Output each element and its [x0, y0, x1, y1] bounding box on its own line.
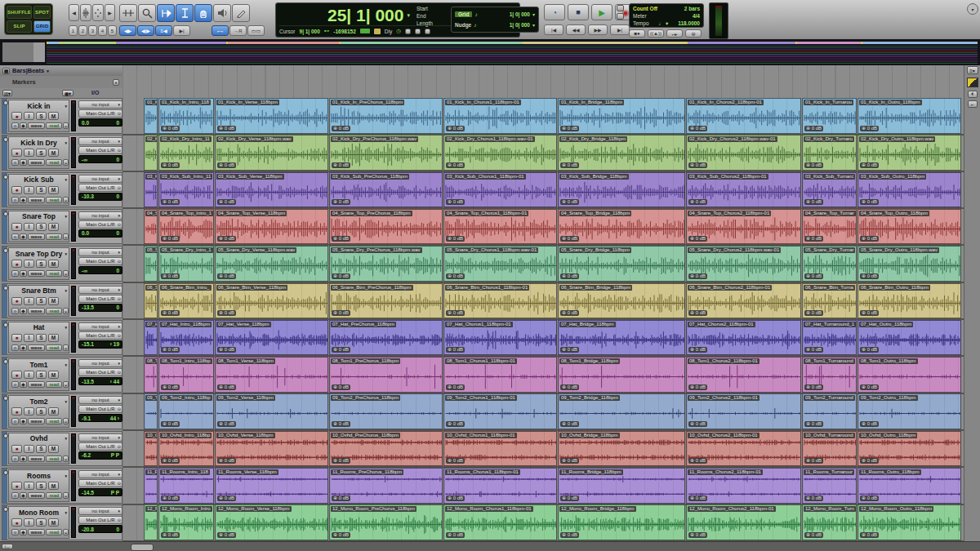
nudge-dropdown-icon[interactable]: ▾ [532, 22, 535, 28]
timeline-insertion-icon[interactable] [360, 29, 370, 33]
audio-clip[interactable]: 07_H [144, 320, 158, 356]
clip-gain-badge[interactable]: ⊕ 0 dB [804, 162, 823, 168]
record-enable-button[interactable]: ● [11, 186, 22, 194]
elastic-audio-icon[interactable]: o [11, 344, 19, 351]
main-counter-value[interactable]: 25| 1| 000 [327, 6, 404, 25]
clip-gain-badge[interactable]: ⊕ 0 dB [446, 347, 465, 353]
track-height-icon[interactable]: ⌄ [63, 529, 69, 535]
audio-clip[interactable]: 07_Hat_Chorus1_118bpm-01⊕ 0 dB [443, 320, 557, 356]
mode-grid-button[interactable]: GRID [33, 20, 51, 33]
clip-gain-badge[interactable]: ⊕ 0 dB [161, 347, 180, 353]
clip-gain-badge[interactable]: ⊕ 0 dB [688, 347, 707, 353]
audio-clip[interactable]: 06_Snare_Btm_Intro_⊕ 0 dB [158, 283, 214, 319]
clip-gain-badge[interactable]: ⊕ 0 dB [217, 458, 236, 464]
audio-clip[interactable]: 05_Snare_Dry_Intro_1⊕ 0 dB [158, 246, 214, 282]
volume-pan-display[interactable]: -15.1‹ 19 [78, 340, 122, 349]
clip-gain-badge[interactable]: ⊕ 0 dB [804, 421, 823, 427]
track-name[interactable]: Kick In Dry▾ [9, 137, 69, 148]
stop-button[interactable]: ■ [568, 4, 589, 20]
audio-clip[interactable]: 10_Ovhd_Chorus2_118bpm-01⊕ 0 dB [686, 431, 801, 467]
input-selector[interactable]: no input▾ [78, 433, 122, 442]
automation-mode-selector[interactable]: read [46, 418, 62, 424]
input-selector[interactable]: no input▾ [78, 359, 122, 367]
input-monitor-button[interactable]: I [24, 260, 34, 268]
audio-clip[interactable]: 06_Snare_Btm_Bridge_118bpm⊕ 0 dB [558, 283, 685, 319]
scroll-down-icon[interactable]: ⌐ [968, 100, 978, 108]
pan-value[interactable]: 0 [116, 230, 119, 236]
nudge-label[interactable]: Nudge [455, 22, 471, 28]
link-timeline-icon[interactable]: ⌐¬ [212, 25, 229, 36]
timebase-icon[interactable]: ◈ [20, 270, 27, 277]
track-height-icon[interactable]: ⌄ [63, 381, 69, 388]
audio-clip[interactable]: 08_Tom1_Outro_118bpm⊕ 0 dB [858, 357, 961, 393]
solo-button[interactable]: S [36, 112, 47, 120]
clip-gain-badge[interactable]: ⊕ 0 dB [446, 310, 465, 316]
link-track-icon[interactable]: →R [229, 25, 247, 36]
clip-gain-badge[interactable]: ⊕ 0 dB [446, 162, 465, 168]
input-selector[interactable]: no input▾ [78, 248, 122, 256]
audio-clip[interactable]: 04_S [144, 209, 158, 245]
timebase-icon[interactable]: ◈ [20, 418, 27, 424]
input-selector[interactable]: no input▾ [78, 286, 122, 294]
audio-clip[interactable]: 03_Kick_Sub_Chorus2_118bpm-01⊕ 0 dB [686, 172, 801, 208]
clip-gain-badge[interactable]: ⊕ 0 dB [217, 236, 236, 242]
audio-clip[interactable]: 12_Mono_Room_Bridge_118bpm⊕ 0 dB [558, 504, 685, 540]
track-name[interactable]: Snare Top Dry▾ [9, 248, 69, 259]
toolbar-menu-icon[interactable]: ▾ [967, 3, 978, 15]
markers-ruler-label[interactable]: Markers + [0, 76, 122, 89]
clip-gain-badge[interactable]: ⊕ 0 dB [161, 532, 180, 538]
clip-gain-badge[interactable]: ⊕ 0 dB [860, 458, 879, 464]
volume-value[interactable]: -14.5 [82, 490, 94, 495]
tempo-value[interactable]: 118.0000 [678, 20, 700, 27]
clip-gain-badge[interactable]: ⊕ 0 dB [161, 495, 180, 501]
audio-clip[interactable]: 08_Tom1_Turnaround⊕ 0 dB [802, 357, 857, 393]
clip-gain-badge[interactable]: ⊕ 0 dB [332, 495, 350, 501]
clip-gain-badge[interactable]: ⊕ 0 dB [688, 236, 707, 242]
audio-clip[interactable]: 10_Ovhd_PreChorus_118bpm⊕ 0 dB [329, 431, 443, 467]
online-button[interactable]: ◔ [544, 4, 565, 20]
audio-clip[interactable]: 08_Tom1_Bridge_118bpm⊕ 0 dB [558, 357, 685, 393]
track-view-selector[interactable]: wave [28, 344, 46, 351]
record-enable-button[interactable]: ● [11, 149, 22, 157]
input-monitor-button[interactable]: I [24, 482, 34, 490]
audio-clip[interactable]: 05_Snare_Dry_Verse_118bpm.wav⊕ 0 dB [215, 246, 328, 282]
track-view-selector[interactable]: wave [28, 197, 46, 203]
track-menu-icon[interactable]: ▾ [65, 510, 67, 515]
output-selector[interactable]: Main Out L/R⊙ [78, 368, 122, 376]
clip-gain-badge[interactable]: ⊕ 0 dB [804, 384, 823, 390]
audio-clip[interactable]: 09_Tom2_Turnaround⊕ 0 dB [802, 393, 857, 429]
go-to-end-button[interactable]: ▶| [610, 24, 630, 35]
clip-gain-badge[interactable]: ⊕ 0 dB [332, 532, 350, 538]
hscroll-thumb[interactable] [131, 544, 154, 551]
grid-label[interactable]: Grid [455, 11, 472, 17]
output-selector[interactable]: Main Out L/R⊙ [78, 442, 122, 451]
track-view-selector[interactable]: wave [28, 122, 46, 129]
solo-button[interactable]: S [36, 518, 47, 527]
audio-clip[interactable]: 09_Tom2_Outro_118bpm⊕ 0 dB [858, 393, 961, 429]
clip-gain-badge[interactable]: ⊕ 0 dB [688, 384, 707, 390]
output-selector[interactable]: Main Out L/R⊙ [78, 184, 122, 192]
automation-mode-selector[interactable]: read [46, 308, 62, 314]
clip-gain-badge[interactable]: ⊕ 0 dB [804, 532, 823, 538]
clip-gain-badge[interactable]: ⊕ 0 dB [332, 347, 350, 353]
pan-value[interactable]: 44 › [110, 415, 119, 421]
audio-clip[interactable]: 11_Rooms_PreChorus_118bpm⊕ 0 dB [329, 468, 443, 504]
audio-clip[interactable]: 01_K [144, 98, 158, 134]
audio-clip[interactable]: 02_Kick_Dry_Turnaro⊕ 0 dB [802, 135, 857, 171]
clip-gain-badge[interactable]: ⊕ 0 dB [446, 495, 465, 501]
audio-clip[interactable]: 05_S [144, 246, 158, 282]
input-monitor-button[interactable]: I [24, 518, 34, 527]
clip-gain-badge[interactable]: ⊕ 0 dB [217, 199, 236, 205]
audio-clip[interactable]: 08_Tom1_Verse_118bpm⊕ 0 dB [215, 357, 328, 393]
zoom-preset-1[interactable]: 1 [69, 25, 78, 36]
clip-gain-badge[interactable]: ⊕ 0 dB [688, 310, 707, 316]
scroll-up-icon[interactable]: ⏴ [968, 91, 978, 98]
track-name[interactable]: Tom1▾ [9, 359, 69, 370]
automation-mode-selector[interactable]: read [46, 197, 62, 203]
clip-gain-badge[interactable]: ⊕ 0 dB [804, 495, 823, 501]
clip-gain-badge[interactable]: ⊕ 0 dB [161, 162, 180, 168]
track-height-icon[interactable]: ⌄ [63, 492, 69, 499]
clip-gain-badge[interactable]: ⊕ 0 dB [860, 273, 879, 279]
transport-opt1-button[interactable] [617, 5, 624, 11]
counter-opt2-button[interactable] [415, 29, 421, 34]
